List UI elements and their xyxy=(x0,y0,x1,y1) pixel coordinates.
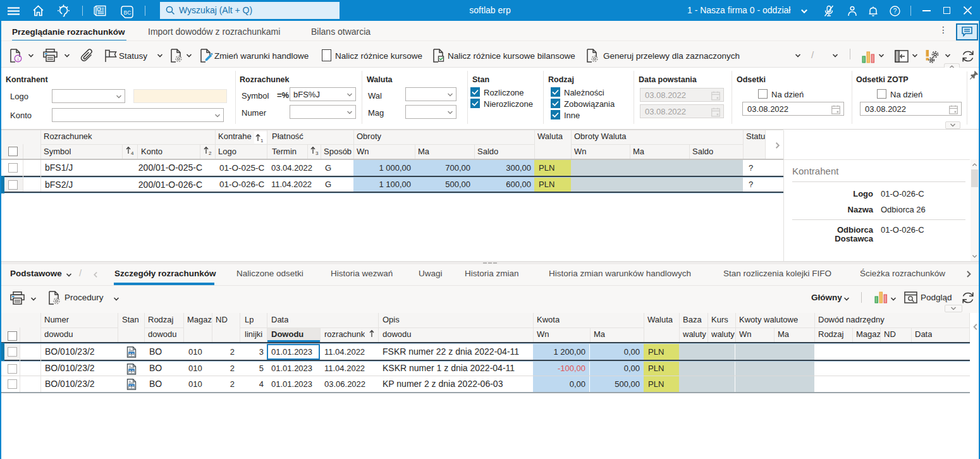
svg-text:3: 3 xyxy=(315,150,319,156)
svg-text:i: i xyxy=(17,56,19,62)
svg-text:4: 4 xyxy=(131,150,134,156)
svg-text:2: 2 xyxy=(209,150,212,156)
svg-text:?: ? xyxy=(893,8,897,15)
svg-text:1: 1 xyxy=(260,138,264,143)
svg-text:BC: BC xyxy=(124,9,132,16)
